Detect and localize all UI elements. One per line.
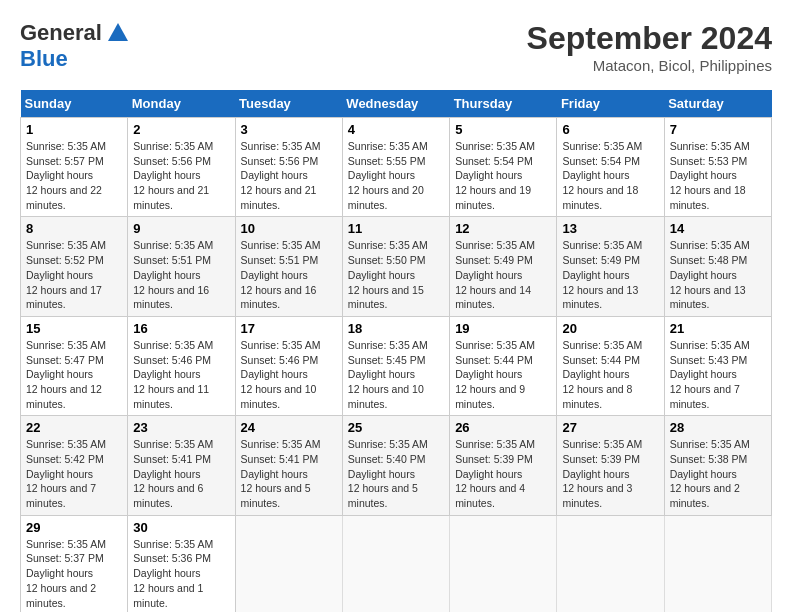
col-header-thursday: Thursday <box>450 90 557 118</box>
day-info: Sunrise: 5:35 AMSunset: 5:46 PMDaylight … <box>133 339 213 410</box>
svg-marker-0 <box>108 23 128 41</box>
day-number: 12 <box>455 221 551 236</box>
day-cell-2: 2 Sunrise: 5:35 AMSunset: 5:56 PMDayligh… <box>128 118 235 217</box>
col-header-monday: Monday <box>128 90 235 118</box>
day-info: Sunrise: 5:35 AMSunset: 5:53 PMDaylight … <box>670 140 750 211</box>
day-info: Sunrise: 5:35 AMSunset: 5:45 PMDaylight … <box>348 339 428 410</box>
day-cell-13: 13 Sunrise: 5:35 AMSunset: 5:49 PMDaylig… <box>557 217 664 316</box>
day-cell-30: 30 Sunrise: 5:35 AMSunset: 5:36 PMDaylig… <box>128 515 235 612</box>
day-info: Sunrise: 5:35 AMSunset: 5:49 PMDaylight … <box>455 239 535 310</box>
day-cell-22: 22 Sunrise: 5:35 AMSunset: 5:42 PMDaylig… <box>21 416 128 515</box>
day-number: 24 <box>241 420 337 435</box>
empty-cell <box>450 515 557 612</box>
day-cell-19: 19 Sunrise: 5:35 AMSunset: 5:44 PMDaylig… <box>450 316 557 415</box>
day-info: Sunrise: 5:35 AMSunset: 5:56 PMDaylight … <box>133 140 213 211</box>
day-cell-16: 16 Sunrise: 5:35 AMSunset: 5:46 PMDaylig… <box>128 316 235 415</box>
day-info: Sunrise: 5:35 AMSunset: 5:55 PMDaylight … <box>348 140 428 211</box>
day-cell-24: 24 Sunrise: 5:35 AMSunset: 5:41 PMDaylig… <box>235 416 342 515</box>
day-number: 26 <box>455 420 551 435</box>
day-number: 14 <box>670 221 766 236</box>
day-cell-10: 10 Sunrise: 5:35 AMSunset: 5:51 PMDaylig… <box>235 217 342 316</box>
day-number: 29 <box>26 520 122 535</box>
day-cell-15: 15 Sunrise: 5:35 AMSunset: 5:47 PMDaylig… <box>21 316 128 415</box>
day-number: 22 <box>26 420 122 435</box>
day-cell-21: 21 Sunrise: 5:35 AMSunset: 5:43 PMDaylig… <box>664 316 771 415</box>
day-number: 6 <box>562 122 658 137</box>
day-number: 27 <box>562 420 658 435</box>
day-cell-7: 7 Sunrise: 5:35 AMSunset: 5:53 PMDayligh… <box>664 118 771 217</box>
day-cell-6: 6 Sunrise: 5:35 AMSunset: 5:54 PMDayligh… <box>557 118 664 217</box>
col-header-tuesday: Tuesday <box>235 90 342 118</box>
day-info: Sunrise: 5:35 AMSunset: 5:51 PMDaylight … <box>133 239 213 310</box>
empty-cell <box>235 515 342 612</box>
day-info: Sunrise: 5:35 AMSunset: 5:40 PMDaylight … <box>348 438 428 509</box>
day-cell-25: 25 Sunrise: 5:35 AMSunset: 5:40 PMDaylig… <box>342 416 449 515</box>
empty-cell <box>664 515 771 612</box>
location: Matacon, Bicol, Philippines <box>527 57 772 74</box>
day-number: 11 <box>348 221 444 236</box>
day-number: 13 <box>562 221 658 236</box>
day-cell-14: 14 Sunrise: 5:35 AMSunset: 5:48 PMDaylig… <box>664 217 771 316</box>
day-info: Sunrise: 5:35 AMSunset: 5:41 PMDaylight … <box>133 438 213 509</box>
day-number: 23 <box>133 420 229 435</box>
day-info: Sunrise: 5:35 AMSunset: 5:47 PMDaylight … <box>26 339 106 410</box>
day-info: Sunrise: 5:35 AMSunset: 5:36 PMDaylight … <box>133 538 213 609</box>
day-info: Sunrise: 5:35 AMSunset: 5:48 PMDaylight … <box>670 239 750 310</box>
col-header-wednesday: Wednesday <box>342 90 449 118</box>
day-number: 9 <box>133 221 229 236</box>
day-cell-1: 1 Sunrise: 5:35 AMSunset: 5:57 PMDayligh… <box>21 118 128 217</box>
day-cell-28: 28 Sunrise: 5:35 AMSunset: 5:38 PMDaylig… <box>664 416 771 515</box>
title-block: September 2024 Matacon, Bicol, Philippin… <box>527 20 772 74</box>
day-info: Sunrise: 5:35 AMSunset: 5:49 PMDaylight … <box>562 239 642 310</box>
day-info: Sunrise: 5:35 AMSunset: 5:51 PMDaylight … <box>241 239 321 310</box>
logo: General Blue <box>20 20 128 72</box>
day-cell-9: 9 Sunrise: 5:35 AMSunset: 5:51 PMDayligh… <box>128 217 235 316</box>
day-cell-12: 12 Sunrise: 5:35 AMSunset: 5:49 PMDaylig… <box>450 217 557 316</box>
day-number: 21 <box>670 321 766 336</box>
empty-cell <box>342 515 449 612</box>
calendar-table: SundayMondayTuesdayWednesdayThursdayFrid… <box>20 90 772 612</box>
day-number: 16 <box>133 321 229 336</box>
week-row-4: 22 Sunrise: 5:35 AMSunset: 5:42 PMDaylig… <box>21 416 772 515</box>
day-cell-8: 8 Sunrise: 5:35 AMSunset: 5:52 PMDayligh… <box>21 217 128 316</box>
day-number: 17 <box>241 321 337 336</box>
day-number: 30 <box>133 520 229 535</box>
day-info: Sunrise: 5:35 AMSunset: 5:43 PMDaylight … <box>670 339 750 410</box>
col-header-saturday: Saturday <box>664 90 771 118</box>
month-year: September 2024 <box>527 20 772 57</box>
day-info: Sunrise: 5:35 AMSunset: 5:54 PMDaylight … <box>562 140 642 211</box>
day-info: Sunrise: 5:35 AMSunset: 5:46 PMDaylight … <box>241 339 321 410</box>
day-number: 15 <box>26 321 122 336</box>
day-cell-18: 18 Sunrise: 5:35 AMSunset: 5:45 PMDaylig… <box>342 316 449 415</box>
day-number: 2 <box>133 122 229 137</box>
day-number: 4 <box>348 122 444 137</box>
day-cell-26: 26 Sunrise: 5:35 AMSunset: 5:39 PMDaylig… <box>450 416 557 515</box>
logo-triangle-icon <box>108 23 128 45</box>
col-header-sunday: Sunday <box>21 90 128 118</box>
day-cell-3: 3 Sunrise: 5:35 AMSunset: 5:56 PMDayligh… <box>235 118 342 217</box>
day-number: 5 <box>455 122 551 137</box>
day-number: 8 <box>26 221 122 236</box>
day-info: Sunrise: 5:35 AMSunset: 5:44 PMDaylight … <box>455 339 535 410</box>
page-header: General Blue September 2024 Matacon, Bic… <box>20 20 772 74</box>
day-info: Sunrise: 5:35 AMSunset: 5:52 PMDaylight … <box>26 239 106 310</box>
col-header-friday: Friday <box>557 90 664 118</box>
day-number: 10 <box>241 221 337 236</box>
day-number: 25 <box>348 420 444 435</box>
day-info: Sunrise: 5:35 AMSunset: 5:50 PMDaylight … <box>348 239 428 310</box>
week-row-2: 8 Sunrise: 5:35 AMSunset: 5:52 PMDayligh… <box>21 217 772 316</box>
day-cell-5: 5 Sunrise: 5:35 AMSunset: 5:54 PMDayligh… <box>450 118 557 217</box>
day-info: Sunrise: 5:35 AMSunset: 5:56 PMDaylight … <box>241 140 321 211</box>
day-info: Sunrise: 5:35 AMSunset: 5:37 PMDaylight … <box>26 538 106 609</box>
day-number: 3 <box>241 122 337 137</box>
day-info: Sunrise: 5:35 AMSunset: 5:44 PMDaylight … <box>562 339 642 410</box>
week-row-3: 15 Sunrise: 5:35 AMSunset: 5:47 PMDaylig… <box>21 316 772 415</box>
day-info: Sunrise: 5:35 AMSunset: 5:42 PMDaylight … <box>26 438 106 509</box>
day-info: Sunrise: 5:35 AMSunset: 5:39 PMDaylight … <box>455 438 535 509</box>
logo-general-text: General <box>20 20 102 46</box>
logo-blue-text: Blue <box>20 46 68 71</box>
day-number: 1 <box>26 122 122 137</box>
day-cell-11: 11 Sunrise: 5:35 AMSunset: 5:50 PMDaylig… <box>342 217 449 316</box>
day-cell-29: 29 Sunrise: 5:35 AMSunset: 5:37 PMDaylig… <box>21 515 128 612</box>
day-number: 28 <box>670 420 766 435</box>
